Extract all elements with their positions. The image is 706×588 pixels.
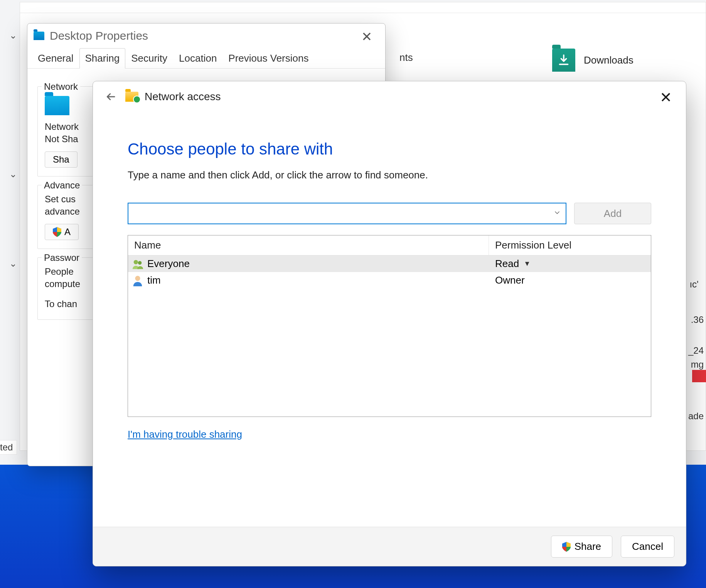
- downloads-folder-item[interactable]: Downloads: [552, 49, 634, 72]
- background-fragment: ıc': [687, 277, 706, 291]
- chevron-down-icon[interactable]: ⌄: [9, 169, 17, 180]
- tab-sharing[interactable]: Sharing: [79, 48, 126, 69]
- row-name: Everyone: [147, 258, 190, 270]
- share-list-row[interactable]: Everyone Read ▼: [128, 255, 651, 272]
- background-fragment: .36: [689, 313, 706, 327]
- advanced-sharing-label: A: [64, 227, 71, 237]
- wizard-heading: Choose people to share with: [128, 140, 651, 158]
- wizard-titlebar[interactable]: Network access: [93, 81, 686, 109]
- background-fragment: mg: [689, 358, 706, 371]
- tab-location[interactable]: Location: [173, 48, 222, 68]
- svg-point-2: [135, 276, 140, 281]
- group-legend: Network: [42, 81, 80, 92]
- group-legend: Advance: [42, 180, 82, 191]
- folder-icon: [45, 96, 69, 115]
- chevron-down-icon[interactable]: ⌄: [9, 30, 17, 41]
- network-access-dialog: Network access ✕ Choose people to share …: [93, 81, 686, 566]
- background-fragment: _24: [686, 344, 706, 358]
- folder-icon: [34, 32, 44, 40]
- chevron-down-icon[interactable]: ⌄: [9, 258, 17, 269]
- permission-dropdown[interactable]: Read ▼: [489, 255, 651, 272]
- background-fragment: ted: [0, 440, 17, 455]
- close-button[interactable]: ✕: [657, 90, 674, 105]
- advanced-sharing-button[interactable]: A: [45, 224, 79, 240]
- uac-shield-icon: [53, 227, 61, 237]
- properties-tabs: General Sharing Security Location Previo…: [27, 48, 385, 69]
- background-error-strip: [692, 370, 706, 382]
- row-permission: Owner: [495, 274, 525, 286]
- share-list-row[interactable]: tim Owner: [128, 272, 651, 289]
- downloads-folder-icon: [552, 49, 575, 72]
- arrow-left-icon: [105, 91, 116, 102]
- row-permission: Read: [495, 258, 519, 270]
- share-list-header: Name Permission Level: [128, 235, 651, 255]
- share-button[interactable]: Share: [551, 536, 612, 558]
- trouble-sharing-link[interactable]: I'm having trouble sharing: [128, 428, 242, 440]
- explorer-truncated-text: nts: [399, 52, 413, 64]
- tab-general[interactable]: General: [32, 48, 79, 68]
- column-permission[interactable]: Permission Level: [489, 235, 651, 255]
- back-button[interactable]: [102, 88, 119, 105]
- share-button-label: Share: [575, 541, 601, 553]
- group-legend: Passwor: [42, 252, 82, 263]
- wizard-subtitle: Type a name and then click Add, or click…: [128, 169, 651, 181]
- wizard-footer: Share Cancel: [93, 527, 686, 566]
- dialog-title: Desktop Properties: [50, 29, 148, 42]
- tab-previous-versions[interactable]: Previous Versions: [222, 48, 314, 68]
- column-name[interactable]: Name: [128, 235, 489, 255]
- user-icon: [132, 275, 143, 286]
- svg-point-0: [134, 260, 138, 264]
- name-combo[interactable]: [128, 203, 566, 224]
- row-name: tim: [147, 274, 161, 286]
- add-button[interactable]: Add: [574, 203, 651, 224]
- tab-security[interactable]: Security: [125, 48, 173, 68]
- share-button[interactable]: Sha: [45, 151, 78, 168]
- downloads-label: Downloads: [584, 54, 634, 66]
- svg-point-1: [138, 261, 142, 264]
- name-input[interactable]: [133, 203, 553, 223]
- dialog-titlebar[interactable]: Desktop Properties: [27, 24, 385, 48]
- chevron-down-icon[interactable]: [553, 209, 561, 218]
- wizard-title: Network access: [145, 91, 221, 103]
- uac-shield-icon: [562, 542, 571, 552]
- shared-folder-icon: [125, 92, 138, 102]
- background-fragment: ade: [686, 409, 706, 423]
- cancel-button[interactable]: Cancel: [621, 536, 674, 558]
- share-list[interactable]: Name Permission Level Everyone Read ▼: [128, 235, 651, 417]
- caret-down-icon: ▼: [524, 260, 531, 268]
- close-button[interactable]: ✕: [359, 30, 374, 44]
- group-icon: [132, 258, 143, 270]
